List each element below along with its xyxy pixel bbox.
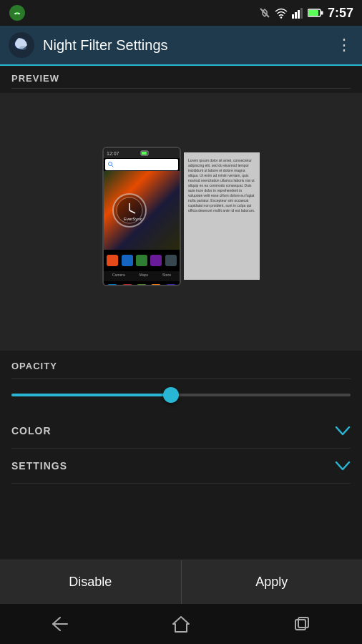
dock-icon-2 [122,284,132,286]
status-bar: 7:57 [0,0,362,26]
wifi-icon [275,7,288,19]
svg-point-1 [14,13,16,14]
preview-divider [11,88,351,89]
text-preview-box: Lorem ipsum dolor sit amet, consectetur … [184,152,260,280]
settings-label: SETTINGS [11,460,67,472]
phone-status-bar: 12:07 [104,148,180,158]
opacity-slider-container[interactable] [11,388,351,402]
slider-thumb[interactable] [163,387,179,403]
phone-preview: 12:07 [102,147,260,297]
phone-apps-row [104,250,180,271]
android-icon [9,4,26,21]
svg-point-17 [109,162,112,166]
preview-area: 12:07 [0,93,362,351]
svg-point-13 [19,46,26,50]
phone-dock [104,281,180,286]
opacity-label: OPACITY [11,361,351,371]
battery-icon [308,8,323,18]
settings-row[interactable]: SETTINGS [11,449,351,484]
svg-point-4 [280,16,283,19]
dock-icon-4 [151,284,161,286]
back-button[interactable] [42,610,78,638]
phone-screen: 12:07 [102,147,181,286]
menu-button[interactable]: ⋮ [336,36,353,54]
preview-section: PREVIEW 12:07 [0,66,362,351]
bottom-buttons: Disable Apply [0,560,362,604]
dock-icon-1 [107,284,117,286]
svg-line-18 [112,165,114,167]
controls-section: OPACITY COLOR SETTINGS [0,351,362,484]
dock-icon-5 [166,284,176,286]
apply-button[interactable]: Apply [182,560,363,604]
lorem-text: Lorem ipsum dolor sit amet, consectetur … [188,158,255,213]
svg-text:12:07: 12:07 [107,151,119,156]
recents-button[interactable] [284,610,320,638]
app-icon-5 [165,255,177,266]
app-icon-2 [122,255,133,266]
svg-rect-11 [321,11,323,15]
google-search-bar [105,159,178,170]
svg-text:EverSync: EverSync [124,217,142,221]
svg-marker-25 [173,617,189,632]
mute-icon [259,7,270,19]
preview-header: PREVIEW [0,66,362,93]
moon-icon [9,32,34,58]
svg-rect-8 [300,8,303,19]
svg-rect-10 [308,10,318,16]
phone-label-row: Camera Maps Store [104,271,180,281]
app-icon-1 [107,255,118,266]
preview-label: PREVIEW [11,73,351,84]
status-icons: 7:57 [259,6,353,21]
dock-icon-3 [137,284,147,286]
home-button[interactable] [163,610,199,638]
app-title: Night Filter Settings [43,37,336,54]
slider-track-fill [11,394,171,396]
color-row[interactable]: COLOR [11,414,351,449]
opacity-group: OPACITY [11,351,351,414]
svg-point-2 [18,13,19,14]
svg-rect-6 [295,12,297,19]
opacity-divider [11,379,351,379]
app-icon-3 [136,255,147,266]
app-icon-4 [150,255,162,266]
status-time: 7:57 [328,6,353,21]
title-bar: Night Filter Settings ⋮ [0,26,362,66]
svg-rect-7 [298,10,300,19]
signal-icon [292,7,303,19]
color-chevron-icon [335,426,351,436]
phone-wallpaper: EverSync [104,171,180,250]
disable-button[interactable]: Disable [0,560,182,604]
svg-rect-16 [142,152,147,155]
color-label: COLOR [11,425,52,436]
svg-rect-5 [292,14,294,19]
clock-widget: EverSync [112,193,147,228]
nav-bar [0,604,362,644]
settings-chevron-icon [335,461,351,471]
